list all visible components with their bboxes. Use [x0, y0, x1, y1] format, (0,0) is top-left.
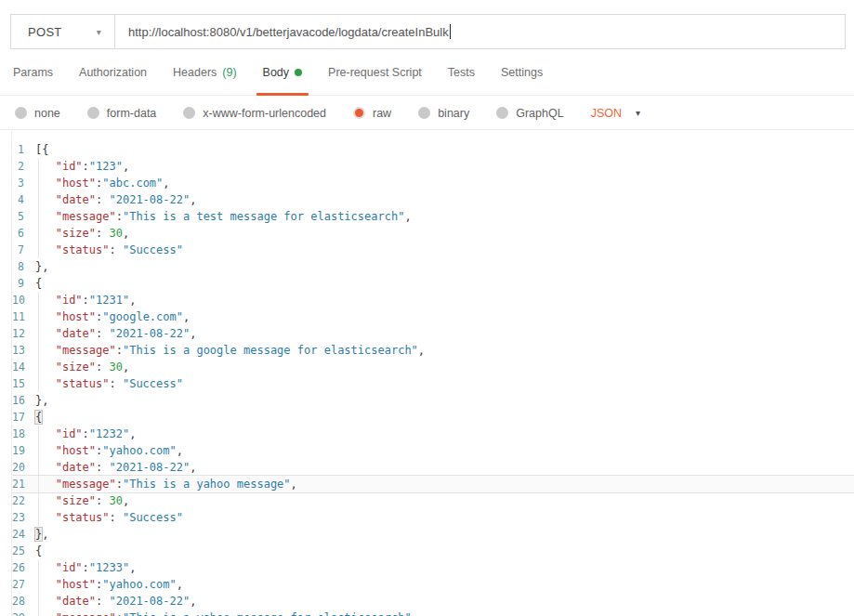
- code-line[interactable]: 15 "status": "Success": [12, 375, 854, 392]
- code-line[interactable]: 6 "size": 30,: [12, 225, 854, 242]
- code-text: "message":"This is a yahoo message",: [35, 476, 854, 492]
- line-number: 8: [12, 258, 35, 275]
- code-line[interactable]: 3 "host":"abc.com",: [12, 175, 854, 191]
- tab-params[interactable]: Params: [0, 49, 66, 95]
- method-selector[interactable]: POST ▾: [11, 15, 115, 48]
- line-number: 12: [12, 325, 35, 342]
- code-text: "date": "2021-08-22",: [35, 459, 854, 476]
- radio-icon: [15, 107, 27, 119]
- line-number: 1: [12, 141, 35, 158]
- tab-authorization[interactable]: Authorization: [66, 49, 160, 95]
- tab-settings[interactable]: Settings: [488, 49, 556, 95]
- code-line[interactable]: 19 "host":"yahoo.com",: [12, 442, 854, 459]
- code-line[interactable]: 28 "date": "2021-08-22",: [12, 593, 854, 609]
- line-number: 14: [12, 359, 35, 375]
- indent-guide: [38, 359, 39, 375]
- radio-label: x-www-form-urlencoded: [203, 107, 326, 120]
- code-line[interactable]: 5 "message":"This is a test message for …: [12, 208, 854, 225]
- tab-tests[interactable]: Tests: [435, 49, 488, 95]
- code-line[interactable]: 22 "size": 30,: [12, 492, 854, 509]
- code-text: [{: [35, 141, 854, 158]
- code-line[interactable]: 18 "id":"1232",: [12, 426, 854, 442]
- line-number: 26: [12, 559, 35, 576]
- line-number: 19: [12, 442, 35, 459]
- code-text: },: [35, 392, 854, 409]
- body-type-binary[interactable]: binary: [418, 107, 469, 120]
- code-line[interactable]: 27 "host":"yahoo.com",: [12, 576, 854, 593]
- body-type-raw[interactable]: raw: [353, 107, 391, 120]
- code-text: "id":"1233",: [35, 559, 854, 576]
- line-number: 17: [12, 409, 35, 426]
- code-line[interactable]: 1[{: [12, 141, 854, 158]
- code-line[interactable]: 25{: [12, 543, 854, 559]
- line-number: 15: [12, 375, 35, 392]
- indent-guide: [38, 225, 39, 242]
- radio-icon: [496, 107, 508, 119]
- code-line[interactable]: 10 "id":"1231",: [12, 292, 854, 308]
- code-line[interactable]: 12 "date": "2021-08-22",: [12, 325, 854, 342]
- radio-icon: [418, 107, 430, 119]
- tab-label: Body: [263, 66, 290, 79]
- code-line[interactable]: 11 "host":"google.com",: [12, 308, 854, 325]
- url-text: http://localhost:8080/v1/betterjavacode/…: [128, 25, 449, 39]
- body-type-none[interactable]: none: [15, 107, 60, 120]
- radio-label: none: [34, 107, 60, 120]
- line-number: 20: [12, 459, 35, 476]
- code-text: "host":"yahoo.com",: [35, 442, 854, 459]
- line-number: 5: [12, 208, 35, 225]
- tab-headers[interactable]: Headers (9): [160, 49, 250, 95]
- code-line[interactable]: 13 "message":"This is a google message f…: [12, 342, 854, 359]
- code-text: {: [35, 409, 854, 426]
- language-value: JSON: [591, 107, 622, 120]
- line-number: 21: [12, 476, 35, 492]
- line-number: 4: [12, 191, 35, 208]
- code-line[interactable]: 14 "size": 30,: [12, 359, 854, 375]
- body-editor[interactable]: 1[{2 "id":"123",3 "host":"abc.com",4 "da…: [0, 131, 854, 616]
- code-line[interactable]: 24},: [12, 526, 854, 543]
- line-number: 3: [12, 175, 35, 191]
- code-text: "message":"This is a test message for el…: [35, 208, 854, 225]
- tab-label: Settings: [501, 66, 543, 79]
- line-number: 25: [12, 543, 35, 559]
- line-number: 6: [12, 225, 35, 242]
- tab-body[interactable]: Body: [250, 49, 316, 95]
- indent-guide: [38, 175, 39, 191]
- indent-guide: [38, 292, 39, 308]
- code-line[interactable]: 17{: [12, 409, 854, 426]
- request-url-bar: POST ▾ http://localhost:8080/v1/betterja…: [10, 14, 846, 49]
- code-line[interactable]: 16},: [12, 392, 854, 409]
- body-type-form-data[interactable]: form-data: [87, 107, 157, 120]
- code-text: {: [35, 275, 854, 292]
- indent-guide: [38, 308, 39, 325]
- tab-pre-request-script[interactable]: Pre-request Script: [315, 49, 435, 95]
- code-text: "status": "Success": [35, 242, 854, 258]
- line-number: 27: [12, 576, 35, 593]
- code-text: "host":"yahoo.com",: [35, 576, 854, 593]
- code-line[interactable]: 29 "message":"This is a yahoo message fo…: [12, 609, 854, 616]
- body-type-graphql[interactable]: GraphQL: [496, 107, 563, 120]
- line-number: 24: [12, 526, 35, 543]
- radio-label: raw: [373, 107, 391, 120]
- language-selector[interactable]: JSON ▾: [591, 107, 640, 120]
- code-line[interactable]: 2 "id":"123",: [12, 158, 854, 175]
- code-line[interactable]: 23 "status": "Success": [12, 509, 854, 526]
- code-line[interactable]: 20 "date": "2021-08-22",: [12, 459, 854, 476]
- code-text: "message":"This is a google message for …: [35, 342, 854, 359]
- chevron-down-icon: ▾: [97, 27, 101, 37]
- radio-label: GraphQL: [516, 107, 563, 120]
- body-type-row: none form-data x-www-form-urlencoded raw…: [0, 97, 854, 130]
- code-line[interactable]: 4 "date": "2021-08-22",: [12, 191, 854, 208]
- body-type-x-www-form-urlencoded[interactable]: x-www-form-urlencoded: [183, 107, 326, 120]
- code-text: {: [35, 543, 854, 559]
- indent-guide: [38, 559, 39, 576]
- code-line[interactable]: 26 "id":"1233",: [12, 559, 854, 576]
- code-line[interactable]: 21 "message":"This is a yahoo message",: [12, 476, 854, 492]
- code-text: "host":"abc.com",: [35, 175, 854, 191]
- code-line[interactable]: 7 "status": "Success": [12, 242, 854, 258]
- code-text: },: [35, 258, 854, 275]
- url-input[interactable]: http://localhost:8080/v1/betterjavacode/…: [115, 15, 845, 48]
- line-number: 2: [12, 158, 35, 175]
- code-line[interactable]: 9{: [12, 275, 854, 292]
- code-line[interactable]: 8},: [12, 258, 854, 275]
- line-number: 11: [12, 308, 35, 325]
